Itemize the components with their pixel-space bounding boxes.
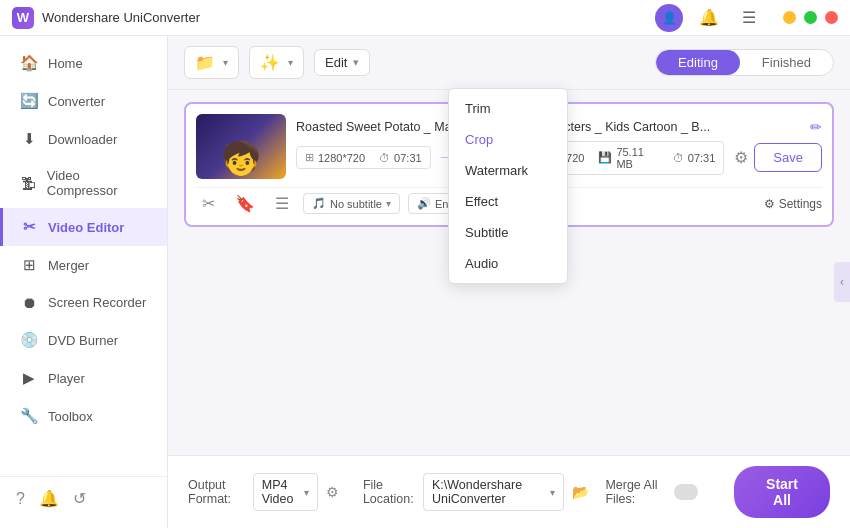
resolution-src-value: 1280*720 (318, 152, 365, 164)
bookmark-icon[interactable]: 🔖 (229, 192, 261, 215)
sidebar-item-video-compressor[interactable]: 🗜 Video Compressor (0, 158, 167, 208)
file-location-select[interactable]: K:\Wondershare UniConverter ▾ (423, 473, 564, 511)
user-icon[interactable]: 👤 (655, 4, 683, 32)
sidebar-label-toolbox: Toolbox (48, 409, 93, 424)
file-location-label: File Location: (363, 478, 415, 506)
output-format-value: MP4 Video (262, 478, 300, 506)
dropdown-item-crop[interactable]: Crop (449, 124, 567, 155)
player-icon: ▶ (20, 369, 38, 387)
merge-toggle-switch[interactable] (674, 484, 698, 500)
notification-icon[interactable]: 🔔 (39, 489, 59, 508)
audio-wave-icon: 🔊 (417, 197, 431, 210)
bell-icon[interactable]: 🔔 (695, 4, 723, 32)
output-format-select[interactable]: MP4 Video ▾ (253, 473, 318, 511)
source-meta-box: ⊞ 1280*720 ⏱ 07:31 (296, 146, 431, 169)
dropdown-item-subtitle[interactable]: Subtitle (449, 217, 567, 248)
duration-icon: ⏱ (379, 152, 390, 164)
duration-dst-value: 07:31 (688, 152, 716, 164)
settings-button[interactable]: ⚙ Settings (764, 197, 822, 211)
app-title: Wondershare UniConverter (42, 10, 655, 25)
app-body: 🏠 Home 🔄 Converter ⬇ Downloader 🗜 Video … (0, 36, 850, 528)
tab-group: Editing Finished (655, 49, 834, 76)
settings-gear-icon: ⚙ (764, 197, 775, 211)
sidebar-item-downloader[interactable]: ⬇ Downloader (0, 120, 167, 158)
merge-toggle-field: Merge All Files: (605, 478, 698, 506)
sidebar-label-home: Home (48, 56, 83, 71)
folder-open-icon[interactable]: 📂 (572, 484, 589, 500)
help-icon[interactable]: ? (16, 490, 25, 508)
edit-chevron-icon: ▾ (353, 56, 359, 69)
source-duration: ⏱ 07:31 (379, 152, 422, 164)
sidebar-item-converter[interactable]: 🔄 Converter (0, 82, 167, 120)
format-chevron-icon: ▾ (304, 487, 309, 498)
add-files-icon: 📁 (195, 53, 215, 72)
add-files-button[interactable]: 📁 ▾ (184, 46, 239, 79)
start-all-button[interactable]: Start All (734, 466, 830, 518)
edit-dropdown-menu: Trim Crop Watermark Effect Subtitle Audi… (448, 88, 568, 284)
sidebar-item-merger[interactable]: ⊞ Merger (0, 246, 167, 284)
sidebar-label-editor: Video Editor (48, 220, 124, 235)
title-bar-controls: 👤 🔔 ☰ — □ ✕ (655, 4, 838, 32)
thumbnail-image: 🧒 (196, 114, 286, 179)
sidebar-item-screen-recorder[interactable]: ⏺ Screen Recorder (0, 284, 167, 321)
merge-files-label: Merge All Files: (605, 478, 668, 506)
file-location-field: File Location: K:\Wondershare UniConvert… (363, 473, 589, 511)
sidebar-item-home[interactable]: 🏠 Home (0, 44, 167, 82)
save-button[interactable]: Save (754, 143, 822, 172)
editor-icon: ✂ (20, 218, 38, 236)
maximize-button[interactable]: □ (804, 11, 817, 24)
settings-label: Settings (779, 197, 822, 211)
main-content: 📁 ▾ ✨ ▾ Edit ▾ Editing Finished Trim Cro… (168, 36, 850, 528)
thumbnail-character: 🧒 (221, 139, 261, 177)
add-dropdown-icon: ▾ (223, 57, 228, 68)
scissors-icon[interactable]: ✂ (196, 192, 221, 215)
dropdown-item-trim[interactable]: Trim (449, 93, 567, 124)
dropdown-item-audio[interactable]: Audio (449, 248, 567, 279)
subtitle-note-icon: 🎵 (312, 197, 326, 210)
app-logo: W (12, 7, 34, 29)
minimize-button[interactable]: — (783, 11, 796, 24)
edit-title-icon[interactable]: ✏ (810, 119, 822, 135)
sidebar-item-player[interactable]: ▶ Player (0, 359, 167, 397)
format-settings-icon[interactable]: ⚙ (326, 484, 339, 500)
sidebar-item-toolbox[interactable]: 🔧 Toolbox (0, 397, 167, 435)
size-icon: 💾 (598, 151, 612, 164)
sidebar-footer: ? 🔔 ↺ (0, 476, 167, 520)
source-resolution: ⊞ 1280*720 (305, 151, 365, 164)
dur-dst-icon: ⏱ (673, 152, 684, 164)
output-format-label: Output Format: (188, 478, 245, 506)
edit-dropdown[interactable]: Edit ▾ (314, 49, 370, 76)
output-settings-icon[interactable]: ⚙ (734, 148, 748, 167)
dest-size: 💾 75.11 MB (598, 146, 658, 170)
sidebar-label-converter: Converter (48, 94, 105, 109)
file-location-value: K:\Wondershare UniConverter (432, 478, 546, 506)
menu-icon[interactable]: ☰ (735, 4, 763, 32)
tab-editing[interactable]: Editing (656, 50, 740, 75)
tab-finished[interactable]: Finished (740, 50, 833, 75)
size-dst-value: 75.11 MB (616, 146, 658, 170)
output-format-field: Output Format: MP4 Video ▾ ⚙ (188, 473, 339, 511)
title-bar: W Wondershare UniConverter 👤 🔔 ☰ — □ ✕ (0, 0, 850, 36)
recorder-icon: ⏺ (20, 294, 38, 311)
dropdown-item-watermark[interactable]: Watermark (449, 155, 567, 186)
refresh-icon[interactable]: ↺ (73, 489, 86, 508)
effects-button[interactable]: ✨ ▾ (249, 46, 304, 79)
location-chevron-icon: ▾ (550, 487, 555, 498)
video-thumbnail: 🧒 (196, 114, 286, 179)
sidebar: 🏠 Home 🔄 Converter ⬇ Downloader 🗜 Video … (0, 36, 168, 528)
sidebar-item-dvd-burner[interactable]: 💿 DVD Burner (0, 321, 167, 359)
effects-icon: ✨ (260, 53, 280, 72)
sidebar-item-video-editor[interactable]: ✂ Video Editor (0, 208, 167, 246)
subtitle-value: No subtitle (330, 198, 382, 210)
list-icon[interactable]: ☰ (269, 192, 295, 215)
sidebar-label-compressor: Video Compressor (47, 168, 147, 198)
edit-label: Edit (325, 55, 347, 70)
dvd-icon: 💿 (20, 331, 38, 349)
converter-icon: 🔄 (20, 92, 38, 110)
bottom-bar: Output Format: MP4 Video ▾ ⚙ File Locati… (168, 455, 850, 528)
subtitle-select[interactable]: 🎵 No subtitle ▾ (303, 193, 400, 214)
home-icon: 🏠 (20, 54, 38, 72)
dropdown-item-effect[interactable]: Effect (449, 186, 567, 217)
collapse-handle[interactable]: ‹ (834, 262, 850, 302)
close-button[interactable]: ✕ (825, 11, 838, 24)
